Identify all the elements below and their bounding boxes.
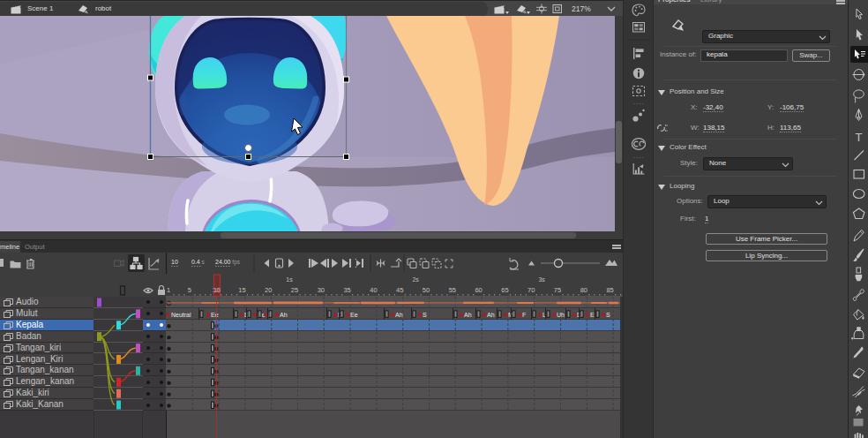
svg-text:60: 60 — [475, 286, 482, 294]
svg-text:Ee: Ee — [350, 312, 358, 318]
svg-text:25: 25 — [291, 286, 298, 294]
svg-text:10: 10 — [213, 287, 221, 293]
svg-text:0.4 s: 0.4 s — [191, 259, 206, 265]
svg-text:Ah: Ah — [395, 312, 403, 318]
svg-text:2s: 2s — [412, 276, 419, 283]
svg-text:45: 45 — [396, 286, 403, 294]
svg-text:85: 85 — [606, 286, 613, 294]
svg-text:50: 50 — [423, 286, 430, 294]
svg-text:F: F — [522, 312, 526, 318]
svg-text:65: 65 — [501, 286, 508, 294]
svg-text:Uh: Uh — [557, 312, 565, 318]
svg-text:S: S — [606, 312, 610, 318]
svg-text:Neutral: Neutral — [171, 312, 191, 318]
svg-text:80: 80 — [580, 286, 587, 294]
svg-text:30: 30 — [318, 286, 325, 294]
svg-text:5: 5 — [188, 286, 191, 294]
svg-text:70: 70 — [528, 286, 535, 294]
svg-text:24.00 fps: 24.00 fps — [215, 259, 241, 266]
svg-text:40: 40 — [370, 286, 377, 294]
svg-text:20: 20 — [265, 286, 272, 294]
svg-text:15: 15 — [238, 286, 245, 294]
svg-text:3s: 3s — [538, 276, 545, 283]
svg-text:35: 35 — [343, 286, 350, 294]
svg-text:75: 75 — [554, 286, 561, 294]
svg-text:S: S — [423, 312, 427, 318]
svg-text:Ah: Ah — [280, 312, 288, 318]
svg-text:55: 55 — [449, 286, 456, 294]
svg-text:T: T — [856, 131, 863, 144]
svg-text:Ee: Ee — [211, 312, 219, 318]
svg-text:10: 10 — [171, 259, 178, 265]
svg-text:E: E — [590, 312, 595, 318]
svg-text:1s: 1s — [286, 276, 293, 283]
svg-text:Ah: Ah — [464, 312, 472, 318]
svg-text:1: 1 — [167, 286, 170, 294]
svg-text:Ah: Ah — [487, 312, 495, 318]
